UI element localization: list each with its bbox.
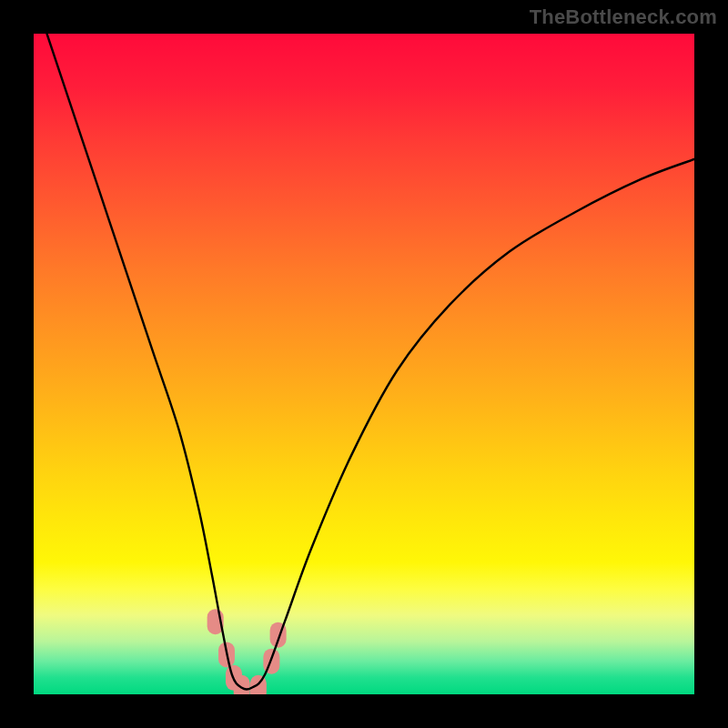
plot-area [34,34,694,694]
curve-layer [34,34,694,694]
watermark-text: TheBottleneck.com [530,5,717,29]
chart-frame: TheBottleneck.com [0,0,728,728]
bottleneck-curve [47,34,694,690]
